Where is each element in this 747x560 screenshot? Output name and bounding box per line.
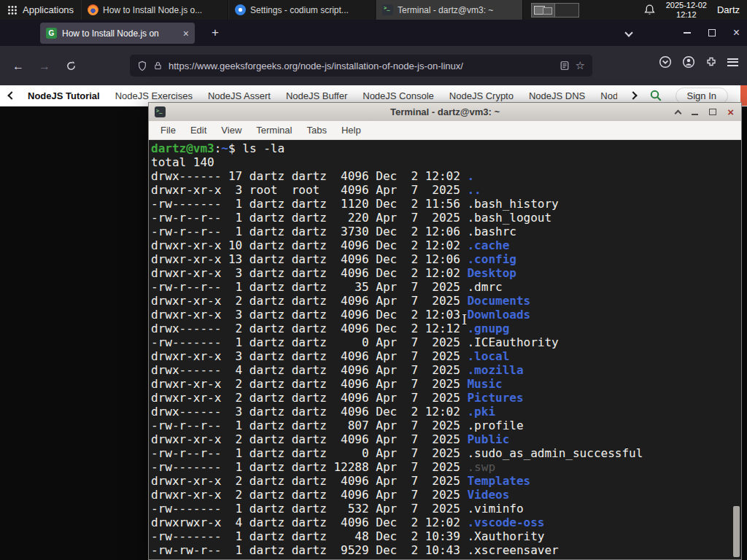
browser-window-controls: × xyxy=(684,20,740,46)
site-search-icon[interactable] xyxy=(649,89,662,102)
terminal-listing-line: drwx------ 2 dartz dartz 4096 Dec 2 12:1… xyxy=(151,322,741,335)
menu-hamburger-icon[interactable] xyxy=(727,58,738,66)
bookmark-star-icon[interactable]: ☆ xyxy=(576,59,585,72)
terminal-menu-edit[interactable]: Edit xyxy=(183,121,214,140)
terminal-titlebar[interactable]: Terminal - dartz@vm3: ~ × xyxy=(149,103,741,121)
terminal-menu-file[interactable]: File xyxy=(153,121,183,140)
workspace-switcher xyxy=(531,3,579,18)
panel-username[interactable]: Dartz xyxy=(717,4,740,15)
terminal-icon xyxy=(382,4,393,15)
terminal-listing-line: drwxr-xr-x 2 dartz dartz 4096 Apr 7 2025… xyxy=(151,377,741,391)
list-all-tabs-icon[interactable] xyxy=(624,28,632,36)
terminal-listing-line: drwxr-xr-x 3 dartz dartz 4096 Dec 2 12:0… xyxy=(151,308,741,322)
terminal-listing-line: drwxr-xr-x 2 dartz dartz 4096 Apr 7 2025… xyxy=(151,432,741,446)
terminal-title: Terminal - dartz@vm3: ~ xyxy=(149,106,741,117)
terminal-window: Terminal - dartz@vm3: ~ × FileEditViewTe… xyxy=(148,102,742,560)
firefox-icon xyxy=(88,4,98,15)
url-bar[interactable]: https://www.geeksforgeeks.org/node-js/in… xyxy=(130,55,592,77)
site-nav-item-nodejs-console[interactable]: NodeJS Console xyxy=(363,90,434,101)
terminal-window-controls: × xyxy=(676,103,734,121)
terminal-listing-line: drwxr-xr-x 2 dartz dartz 4096 Apr 7 2025… xyxy=(151,391,741,405)
terminal-menu-tabs[interactable]: Tabs xyxy=(299,121,333,140)
terminal-menu-view[interactable]: View xyxy=(214,121,249,140)
terminal-close-button[interactable]: × xyxy=(727,106,734,117)
account-icon[interactable] xyxy=(682,55,695,69)
forward-button[interactable]: → xyxy=(35,57,54,76)
site-nav-item-nodejs-assert[interactable]: NodeJS Assert xyxy=(208,90,271,101)
terminal-listing-line: drwx------ 17 dartz dartz 4096 Dec 2 12:… xyxy=(151,169,741,183)
lock-icon[interactable] xyxy=(153,61,163,71)
browser-maximize-button[interactable] xyxy=(708,29,716,36)
panel-window-button-terminal[interactable]: Terminal - dartz@vm3: ~ xyxy=(376,0,523,20)
workspace-2[interactable] xyxy=(555,4,578,17)
terminal-listing-line: -rw-r--r-- 1 dartz dartz 3730 Dec 2 12:0… xyxy=(151,225,741,238)
applications-menu-button[interactable]: Applications xyxy=(0,0,81,20)
terminal-scrollbar[interactable] xyxy=(732,140,741,559)
browser-tab-bar: G How to Install Node.js on × + × xyxy=(0,20,747,46)
panel-window-button-firefox[interactable]: How to Install Node.js o... xyxy=(81,0,228,20)
terminal-shade-button[interactable] xyxy=(675,110,682,117)
pocket-icon[interactable] xyxy=(659,55,672,69)
shield-icon[interactable] xyxy=(137,61,147,71)
terminal-listing-line: drwxr-xr-x 2 dartz dartz 4096 Apr 7 2025… xyxy=(151,294,741,308)
terminal-listing-line: -rw-r--r-- 1 dartz dartz 0 Apr 7 2025 .s… xyxy=(151,446,741,460)
terminal-scrollbar-thumb[interactable] xyxy=(733,506,740,557)
reload-icon xyxy=(66,61,77,71)
applications-grid-icon xyxy=(7,5,18,15)
terminal-listing-line: -rw------- 1 dartz dartz 0 Apr 7 2025 .I… xyxy=(151,335,741,349)
panel-window-title: Settings - codium script... xyxy=(250,5,349,15)
tab-title: How to Install Node.js on xyxy=(62,28,178,39)
terminal-menu-help[interactable]: Help xyxy=(334,121,368,140)
terminal-listing-line: -rw------- 1 dartz dartz 12288 Apr 7 202… xyxy=(151,460,741,474)
panel-clock[interactable]: 2025-12-02 12:12 xyxy=(666,1,707,19)
terminal-maximize-button[interactable] xyxy=(709,109,716,115)
terminal-minimize-button[interactable] xyxy=(692,114,698,115)
top-panel: Applications How to Install Node.js o...… xyxy=(0,0,747,20)
browser-tab[interactable]: G How to Install Node.js on × xyxy=(40,23,195,44)
geeksforgeeks-favicon-icon: G xyxy=(46,28,57,39)
terminal-listing-line: -rw------- 1 dartz dartz 48 Dec 2 10:39 … xyxy=(151,529,741,543)
browser-toolbar: ← → https://www.geeksforgeeks.org/node-j… xyxy=(0,46,747,85)
panel-window-button-settings[interactable]: Settings - codium script... xyxy=(228,0,376,20)
terminal-listing-line: -rw-rw-r-- 1 dartz dartz 9529 Dec 2 10:4… xyxy=(151,543,741,557)
terminal-listing-line: drwxr-xr-x 3 root root 4096 Apr 7 2025 .… xyxy=(151,183,741,197)
terminal-listing-line: -rw------- 1 dartz dartz 532 Apr 7 2025 … xyxy=(151,502,741,516)
nav-scroll-right-icon[interactable] xyxy=(629,91,637,99)
site-nav-item-nodejs-dns[interactable]: NodeJS DNS xyxy=(529,90,585,101)
site-nav-item-nodejs-tutorial[interactable]: NodeJS Tutorial xyxy=(28,90,100,101)
site-nav-items: NodeJS TutorialNodeJS ExercisesNodeJS As… xyxy=(28,90,617,101)
browser-minimize-button[interactable] xyxy=(684,32,691,34)
terminal-listing-line: drwx------ 3 dartz dartz 4096 Dec 2 12:0… xyxy=(151,405,741,419)
workspace-1[interactable] xyxy=(532,4,555,17)
nav-scroll-left-icon[interactable] xyxy=(7,91,15,99)
site-nav-item-nodejs-exercises[interactable]: NodeJS Exercises xyxy=(115,90,193,101)
toolbar-right-icons xyxy=(659,55,738,69)
terminal-listing-line: -rw-r--r-- 1 dartz dartz 807 Apr 7 2025 … xyxy=(151,419,741,432)
reload-button[interactable] xyxy=(61,57,80,76)
terminal-listing-line: -rw-r--r-- 1 dartz dartz 35 Apr 7 2025 .… xyxy=(151,280,741,294)
notification-bell-icon[interactable] xyxy=(643,4,656,16)
terminal-listing-line: drwxrwxr-x 4 dartz dartz 4096 Dec 2 12:0… xyxy=(151,516,741,529)
panel-date: 2025-12-02 xyxy=(666,1,707,10)
panel-window-title: How to Install Node.js o... xyxy=(103,5,202,15)
extensions-puzzle-icon[interactable] xyxy=(705,56,717,68)
back-button[interactable]: ← xyxy=(9,57,28,76)
tab-close-icon[interactable]: × xyxy=(183,28,189,39)
terminal-listing-line: drwxr-xr-x 2 dartz dartz 4096 Apr 7 2025… xyxy=(151,474,741,488)
new-tab-button[interactable]: + xyxy=(206,24,225,42)
terminal-total-line: total 140 xyxy=(151,155,741,169)
terminal-output: dartz@vm3:~$ ls -latotal 140drwx------ 1… xyxy=(151,141,741,557)
site-nav-item-nodejs-crypto[interactable]: NodeJS Crypto xyxy=(449,90,514,101)
mouse-text-cursor: I xyxy=(462,312,467,327)
site-nav-item-nodejs-buffer[interactable]: NodeJS Buffer xyxy=(286,90,347,101)
site-nav-item-node[interactable]: Node xyxy=(600,90,616,101)
terminal-app-icon xyxy=(155,106,166,117)
browser-close-button[interactable]: × xyxy=(733,27,740,39)
reader-mode-icon[interactable] xyxy=(560,61,570,71)
terminal-listing-line: drwx------ 4 dartz dartz 4096 Apr 7 2025… xyxy=(151,363,741,377)
panel-window-title: Terminal - dartz@vm3: ~ xyxy=(398,5,493,15)
terminal-menu-terminal[interactable]: Terminal xyxy=(249,121,299,140)
terminal-screen[interactable]: dartz@vm3:~$ ls -latotal 140drwx------ 1… xyxy=(149,140,741,559)
url-text: https://www.geeksforgeeks.org/node-js/in… xyxy=(169,61,554,71)
settings-icon xyxy=(235,4,246,15)
